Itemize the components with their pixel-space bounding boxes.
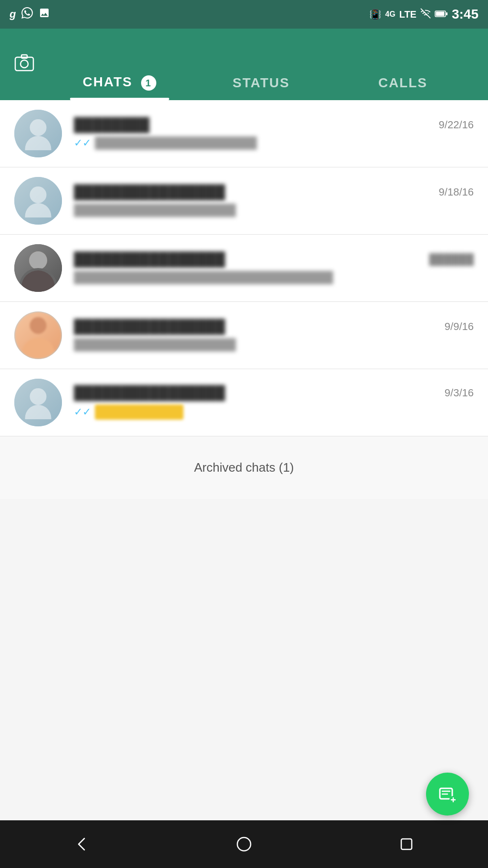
camera-icon[interactable] <box>14 53 34 76</box>
chat-name-row: ████████████████ 9/18/16 <box>74 185 474 200</box>
lte-icon: LTE <box>399 9 417 20</box>
avatar <box>14 244 62 292</box>
chat-name: ████████████████ <box>74 252 419 267</box>
chat-preview: ████████████████████ <box>95 136 257 150</box>
calls-tab-label: CALLS <box>378 75 427 90</box>
chat-name-row: ████████████████ 9/9/16 <box>74 319 474 334</box>
battery-icon <box>435 9 448 20</box>
chat-info: ████████████████ 9/3/16 ✓✓ ██████████ <box>74 385 474 420</box>
chat-time: 9/9/16 <box>445 320 474 333</box>
chat-info: ████████████████ ██████ ████████████████… <box>74 252 474 284</box>
chat-time: 9/3/16 <box>445 387 474 399</box>
message-tick-icon: ✓✓ <box>74 406 91 418</box>
status-bar-left: g <box>10 7 50 21</box>
svg-rect-5 <box>21 55 27 58</box>
avatar <box>14 177 62 225</box>
chat-message-row: ████████████████████ <box>74 338 474 351</box>
chat-name-row: ████████████████ 9/3/16 <box>74 385 474 401</box>
status-time: 3:45 <box>452 7 478 22</box>
compose-icon <box>437 784 458 805</box>
back-button[interactable] <box>62 825 101 863</box>
chat-info: ████████████████ 9/9/16 ████████████████… <box>74 319 474 351</box>
avatar <box>14 110 62 157</box>
chat-time: 9/22/16 <box>439 119 474 131</box>
chat-name-row: ████████████████ ██████ <box>74 252 474 267</box>
chats-badge: 1 <box>141 75 156 91</box>
list-item[interactable]: ████████████████ 9/18/16 ███████████████… <box>0 167 488 235</box>
main-content: ████████ 9/22/16 ✓✓ ████████████████████… <box>0 100 488 820</box>
chat-name: ████████████████ <box>74 185 429 200</box>
chats-tab-label: CHATS <box>83 74 132 89</box>
chat-info: ████████████████ 9/18/16 ███████████████… <box>74 185 474 217</box>
network-icon: 4G <box>385 10 395 19</box>
svg-rect-2 <box>446 12 447 15</box>
avatar <box>14 379 62 426</box>
tab-status[interactable]: STATUS <box>190 75 332 100</box>
new-chat-fab[interactable] <box>426 773 469 816</box>
message-tick-icon: ✓✓ <box>74 137 91 149</box>
recents-button[interactable] <box>387 825 426 863</box>
svg-point-12 <box>237 837 251 851</box>
chat-name: ████████████████ <box>74 319 435 334</box>
signal-icon <box>420 8 431 21</box>
chat-name: ████████ <box>74 117 429 133</box>
home-button[interactable] <box>225 825 263 863</box>
top-nav: CHATS 1 STATUS CALLS <box>0 29 488 100</box>
empty-space <box>0 499 488 690</box>
chat-list: ████████ 9/22/16 ✓✓ ████████████████████… <box>0 100 488 690</box>
tab-calls[interactable]: CALLS <box>332 75 474 100</box>
chat-info: ████████ 9/22/16 ✓✓ ████████████████████ <box>74 117 474 150</box>
svg-rect-13 <box>401 839 412 849</box>
svg-rect-3 <box>15 57 33 71</box>
chat-preview: ████████████████████ <box>74 204 236 217</box>
chat-preview-highlight: ██████████ <box>95 404 183 420</box>
chat-message-row: ✓✓ ████████████████████ <box>74 136 474 150</box>
list-item[interactable]: ████████████████ ██████ ████████████████… <box>0 235 488 302</box>
chat-time: ██████ <box>429 253 474 266</box>
bottom-nav <box>0 820 488 868</box>
chat-time: 9/18/16 <box>439 186 474 198</box>
g-icon: g <box>10 8 16 21</box>
chat-message-row: ████████████████████████████████ <box>74 271 474 284</box>
svg-rect-1 <box>436 11 444 16</box>
chat-name-row: ████████ 9/22/16 <box>74 117 474 133</box>
tab-chats[interactable]: CHATS 1 <box>49 74 190 101</box>
list-item[interactable]: ████████████████ 9/3/16 ✓✓ ██████████ <box>0 369 488 436</box>
tabs-container: CHATS 1 STATUS CALLS <box>49 29 474 100</box>
archived-chats-label: Archived chats (1) <box>194 460 294 475</box>
chat-message-row: ████████████████████ <box>74 204 474 217</box>
avatar <box>14 311 62 359</box>
whatsapp-icon <box>21 7 33 21</box>
svg-point-4 <box>20 60 28 68</box>
status-bar: g 📳 4G LTE 3:45 <box>0 0 488 29</box>
status-tab-label: STATUS <box>233 75 290 90</box>
chat-preview: ████████████████████ <box>74 338 236 351</box>
list-item[interactable]: ████████████████ 9/9/16 ████████████████… <box>0 302 488 369</box>
archived-chats[interactable]: Archived chats (1) <box>0 436 488 499</box>
status-bar-right: 📳 4G LTE 3:45 <box>369 7 478 22</box>
image-icon <box>39 7 50 21</box>
list-item[interactable]: ████████ 9/22/16 ✓✓ ████████████████████ <box>0 100 488 167</box>
chat-name: ████████████████ <box>74 385 435 401</box>
vibrate-icon: 📳 <box>369 9 381 20</box>
chat-message-row: ✓✓ ██████████ <box>74 404 474 420</box>
chat-preview: ████████████████████████████████ <box>74 271 333 284</box>
